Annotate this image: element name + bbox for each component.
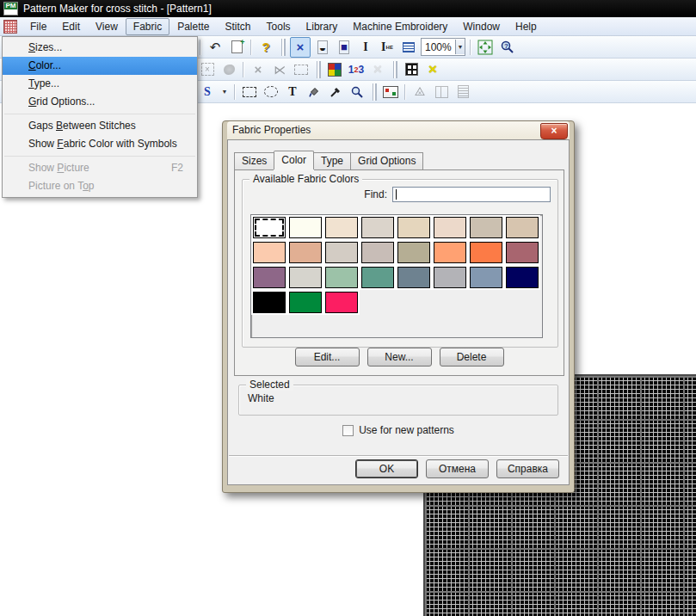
swatch-color[interactable] bbox=[253, 292, 286, 313]
menu-stitch[interactable]: Stitch bbox=[218, 18, 259, 35]
swatch-color[interactable] bbox=[289, 267, 322, 288]
palette-colors-button[interactable] bbox=[325, 60, 344, 79]
ellipse-select-tool[interactable] bbox=[262, 83, 280, 102]
fabric-color-swatch[interactable] bbox=[468, 215, 504, 240]
tab-grid-options[interactable]: Grid Options bbox=[350, 152, 423, 169]
find-input[interactable] bbox=[392, 187, 551, 202]
fabric-color-swatch[interactable] bbox=[396, 240, 432, 265]
undo-button[interactable]: ↶ bbox=[206, 38, 225, 57]
fabric-color-swatch[interactable] bbox=[287, 265, 323, 290]
fabric-color-swatch[interactable] bbox=[323, 290, 360, 315]
fabric-color-swatch[interactable] bbox=[432, 240, 468, 265]
fabric-color-swatch[interactable] bbox=[287, 240, 323, 265]
tab-color[interactable]: Color bbox=[274, 151, 314, 169]
pattern-info-button[interactable] bbox=[399, 38, 418, 57]
information-he-view-button[interactable]: IHE bbox=[378, 38, 397, 57]
full-stitch-view-button[interactable]: × bbox=[290, 37, 311, 58]
fabric-color-swatch[interactable] bbox=[396, 215, 432, 240]
fabric-color-swatch[interactable] bbox=[504, 240, 540, 265]
fabric-color-swatch[interactable] bbox=[251, 215, 287, 240]
menu-item-show-fabric-color-with-symbols[interactable]: Show Fabric Color with Symbols bbox=[3, 135, 197, 153]
menu-palette[interactable]: Palette bbox=[169, 18, 217, 35]
swatch-color[interactable] bbox=[361, 217, 394, 238]
show-grid-button[interactable] bbox=[402, 60, 421, 79]
swatch-color[interactable] bbox=[434, 267, 466, 288]
fabric-color-swatch[interactable] bbox=[251, 265, 287, 290]
swatch-color[interactable] bbox=[289, 217, 322, 238]
cancel-button[interactable]: Отмена bbox=[426, 459, 489, 478]
tab-type[interactable]: Type bbox=[313, 152, 351, 169]
chevron-down-icon[interactable]: ▼ bbox=[455, 40, 465, 54]
fabric-color-swatch[interactable] bbox=[360, 265, 396, 290]
dialog-titlebar[interactable]: Fabric Properties × bbox=[227, 121, 570, 139]
zoom-tool[interactable] bbox=[348, 83, 366, 102]
new-button[interactable]: New... bbox=[367, 348, 432, 367]
close-button[interactable]: × bbox=[540, 123, 568, 139]
yellow-cross-button[interactable]: × bbox=[423, 60, 442, 79]
swatch-color[interactable] bbox=[361, 242, 394, 263]
symbol-numbers-button[interactable]: 123 bbox=[347, 60, 366, 79]
ok-button[interactable]: OK bbox=[355, 459, 418, 478]
zoom-find-button[interactable]: ? bbox=[497, 38, 516, 57]
swatch-color[interactable] bbox=[253, 242, 286, 263]
tab-sizes[interactable]: Sizes bbox=[234, 152, 274, 169]
fabric-color-swatch[interactable] bbox=[468, 240, 504, 265]
fabric-color-swatch[interactable] bbox=[468, 265, 504, 290]
fabric-color-swatch[interactable] bbox=[323, 215, 360, 240]
menu-machine-embroidery[interactable]: Machine Embroidery bbox=[345, 18, 455, 35]
use-for-new-patterns-checkbox[interactable] bbox=[342, 425, 354, 436]
fabric-color-swatch[interactable] bbox=[504, 215, 540, 240]
information-view-button[interactable]: I bbox=[356, 38, 375, 57]
menu-tools[interactable]: Tools bbox=[259, 18, 299, 35]
export-image-button[interactable] bbox=[381, 83, 400, 102]
swatch-color[interactable] bbox=[470, 217, 502, 238]
fabric-color-swatch[interactable] bbox=[251, 290, 287, 315]
fabric-color-swatch[interactable] bbox=[323, 240, 360, 265]
fit-to-window-button[interactable] bbox=[476, 38, 495, 57]
edit-button[interactable]: Edit... bbox=[295, 348, 360, 367]
fabric-color-swatch[interactable] bbox=[504, 265, 540, 290]
swatch-color[interactable] bbox=[253, 217, 286, 238]
swatch-color[interactable] bbox=[470, 242, 502, 263]
menu-library[interactable]: Library bbox=[299, 18, 346, 35]
fill-tool[interactable] bbox=[305, 83, 323, 102]
menu-help[interactable]: Help bbox=[508, 18, 545, 35]
swatch-color[interactable] bbox=[506, 242, 539, 263]
fabric-color-swatch[interactable] bbox=[360, 240, 396, 265]
stitch-style-selector[interactable]: S bbox=[198, 83, 217, 102]
menu-file[interactable]: File bbox=[22, 18, 54, 35]
fabric-color-swatch[interactable] bbox=[432, 265, 468, 290]
color-picker-tool[interactable] bbox=[326, 83, 345, 102]
swatch-color[interactable] bbox=[470, 267, 502, 288]
swatch-color[interactable] bbox=[397, 242, 430, 263]
swatch-color[interactable] bbox=[506, 267, 539, 288]
zoom-level-combobox[interactable]: 100% ▼ bbox=[421, 38, 465, 56]
menu-item-color[interactable]: Color... bbox=[3, 57, 197, 75]
document-icon[interactable] bbox=[3, 20, 17, 34]
fabric-color-swatch[interactable] bbox=[432, 215, 468, 240]
menu-item-gaps-between-stitches[interactable]: Gaps Between Stitches bbox=[3, 117, 197, 135]
swatch-color[interactable] bbox=[325, 292, 358, 313]
swatch-color[interactable] bbox=[506, 217, 539, 238]
rectangle-select-tool[interactable] bbox=[240, 83, 259, 102]
swatch-color[interactable] bbox=[325, 267, 358, 288]
menu-item-sizes[interactable]: Sizes... bbox=[3, 39, 197, 57]
menu-item-grid-options[interactable]: Grid Options... bbox=[3, 93, 197, 111]
fabric-color-swatch[interactable] bbox=[360, 215, 396, 240]
swatch-color[interactable] bbox=[289, 292, 322, 313]
menu-fabric[interactable]: Fabric bbox=[126, 18, 169, 35]
help-button[interactable]: ? bbox=[256, 38, 275, 57]
swatch-color[interactable] bbox=[397, 267, 430, 288]
menu-item-type[interactable]: Type... bbox=[3, 75, 197, 93]
menu-edit[interactable]: Edit bbox=[54, 18, 88, 35]
chevron-down-icon[interactable]: ▼ bbox=[219, 83, 230, 102]
solid-color-view-button[interactable]: ■ bbox=[335, 38, 354, 57]
menu-view[interactable]: View bbox=[88, 18, 126, 35]
fabric-color-swatch[interactable] bbox=[396, 265, 432, 290]
halftone-view-button[interactable]: ◒ bbox=[313, 38, 332, 57]
swatch-color[interactable] bbox=[397, 217, 430, 238]
delete-button[interactable]: Delete bbox=[440, 348, 504, 367]
text-tool[interactable]: T bbox=[283, 83, 302, 102]
swatch-color[interactable] bbox=[289, 242, 322, 263]
swatch-color[interactable] bbox=[253, 267, 286, 288]
